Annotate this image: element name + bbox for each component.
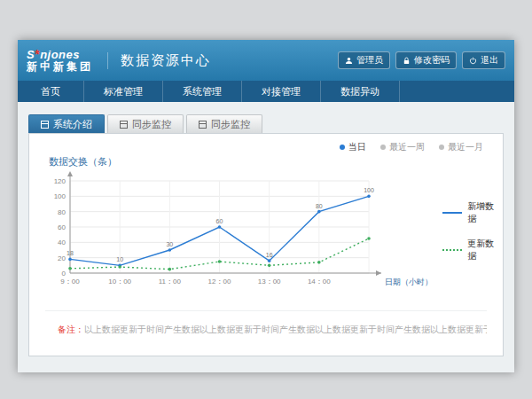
desktop-background: S*njones 新中新集团 数据资源中心 管理员 修改密码 退出 — [0, 0, 532, 399]
grid-icon — [41, 121, 49, 129]
grid-icon — [199, 121, 207, 129]
svg-text:10: 10 — [116, 256, 123, 262]
logout-label: 退出 — [481, 54, 498, 66]
nav-item-system-mgmt[interactable]: 系统管理 — [163, 81, 242, 102]
filter-label: 最近一周 — [389, 141, 425, 153]
filter-last-week[interactable]: 最近一周 — [380, 141, 425, 153]
svg-text:60: 60 — [58, 223, 66, 231]
footnote-text: 以上数据更新于时间产生数据以上数据更新于时间产生数据以上数据更新于时间产生数据以… — [84, 325, 487, 334]
brand-logo: S*njones 新中新集团 — [27, 48, 93, 72]
grid-icon — [120, 121, 128, 129]
app-header: S*njones 新中新集团 数据资源中心 管理员 修改密码 退出 — [18, 40, 514, 81]
user-icon — [345, 57, 353, 65]
tab-label: 系统介绍 — [53, 118, 92, 131]
logout-button[interactable]: 退出 — [462, 51, 505, 69]
brand-name: S*njones — [27, 48, 93, 61]
content-area: 系统介绍 同步监控 同步监控 当日 — [18, 102, 514, 372]
change-password-button[interactable]: 修改密码 — [395, 51, 457, 69]
svg-text:12：00: 12：00 — [208, 278, 231, 286]
svg-text:14：00: 14：00 — [308, 278, 331, 286]
page-title: 数据资源中心 — [107, 52, 211, 69]
svg-text:日期（小时）: 日期（小时） — [385, 278, 433, 286]
header-actions: 管理员 修改密码 退出 — [338, 51, 505, 69]
legend-label: 新增数据 — [467, 200, 503, 225]
filter-label: 当日 — [348, 141, 366, 153]
svg-text:13：00: 13：00 — [258, 278, 281, 286]
line-chart: 0204060801001209：0010：0011：0012：0013：001… — [40, 170, 441, 294]
svg-text:11：00: 11：00 — [159, 278, 182, 286]
svg-text:30: 30 — [166, 241, 173, 247]
tab-sync-monitor-2[interactable]: 同步监控 — [186, 114, 262, 133]
dotted-line-icon — [442, 249, 462, 251]
lock-icon — [403, 57, 411, 65]
nav-item-home[interactable]: 首页 — [18, 81, 84, 102]
admin-user-label: 管理员 — [356, 54, 383, 66]
svg-text:40: 40 — [58, 239, 66, 246]
filter-dot-icon — [340, 145, 345, 150]
svg-text:60: 60 — [216, 218, 223, 224]
power-icon — [469, 57, 477, 65]
filter-label: 最近一月 — [448, 141, 483, 153]
tab-label: 同步监控 — [211, 118, 250, 131]
svg-text:16: 16 — [266, 252, 273, 258]
filter-dot-icon — [439, 145, 444, 150]
main-nav: 首页 标准管理 系统管理 对接管理 数据异动 — [18, 81, 514, 102]
tab-system-intro[interactable]: 系统介绍 — [28, 114, 105, 133]
svg-text:0: 0 — [62, 270, 66, 278]
svg-text:10：00: 10：00 — [108, 278, 131, 286]
tab-bar: 系统介绍 同步监控 同步监控 — [28, 114, 514, 133]
chart-container: 0204060801001209：0010：0011：0012：0013：001… — [29, 170, 503, 294]
chart-panel: 当日 最近一周 最近一月 数据交换（条） 0204060801001209：00… — [28, 133, 504, 356]
range-filters: 当日 最近一周 最近一月 — [29, 141, 503, 153]
admin-user-button[interactable]: 管理员 — [338, 51, 390, 69]
filter-today[interactable]: 当日 — [340, 141, 366, 153]
svg-text:20: 20 — [58, 254, 66, 262]
nav-item-interface-mgmt[interactable]: 对接管理 — [242, 81, 321, 102]
svg-text:9：00: 9：00 — [60, 278, 80, 286]
nav-item-data-change[interactable]: 数据异动 — [321, 81, 400, 102]
app-window: S*njones 新中新集团 数据资源中心 管理员 修改密码 退出 — [18, 40, 514, 372]
svg-text:100: 100 — [54, 192, 66, 200]
legend-item-update-data[interactable]: 更新数据 — [442, 238, 503, 262]
tab-sync-monitor-1[interactable]: 同步监控 — [107, 114, 184, 133]
y-axis-title: 数据交换（条） — [49, 155, 503, 168]
change-password-label: 修改密码 — [414, 54, 450, 66]
solid-line-icon — [442, 212, 462, 214]
svg-text:80: 80 — [316, 203, 323, 209]
brand-subtitle: 新中新集团 — [27, 61, 93, 73]
legend-label: 更新数据 — [467, 238, 503, 262]
series-legend: 新增数据 更新数据 — [442, 200, 503, 294]
tab-label: 同步监控 — [132, 118, 171, 131]
footnote-prefix: 备注： — [58, 325, 84, 334]
filter-dot-icon — [380, 145, 386, 150]
svg-text:100: 100 — [364, 187, 374, 193]
filter-last-month[interactable]: 最近一月 — [439, 141, 483, 153]
svg-text:80: 80 — [58, 208, 66, 216]
footnote: 备注：以上数据更新于时间产生数据以上数据更新于时间产生数据以上数据更新于时间产生… — [45, 310, 487, 336]
svg-text:18: 18 — [66, 250, 74, 256]
nav-item-standard-mgmt[interactable]: 标准管理 — [84, 81, 163, 102]
svg-text:120: 120 — [54, 177, 66, 185]
legend-item-new-data[interactable]: 新增数据 — [442, 200, 503, 225]
